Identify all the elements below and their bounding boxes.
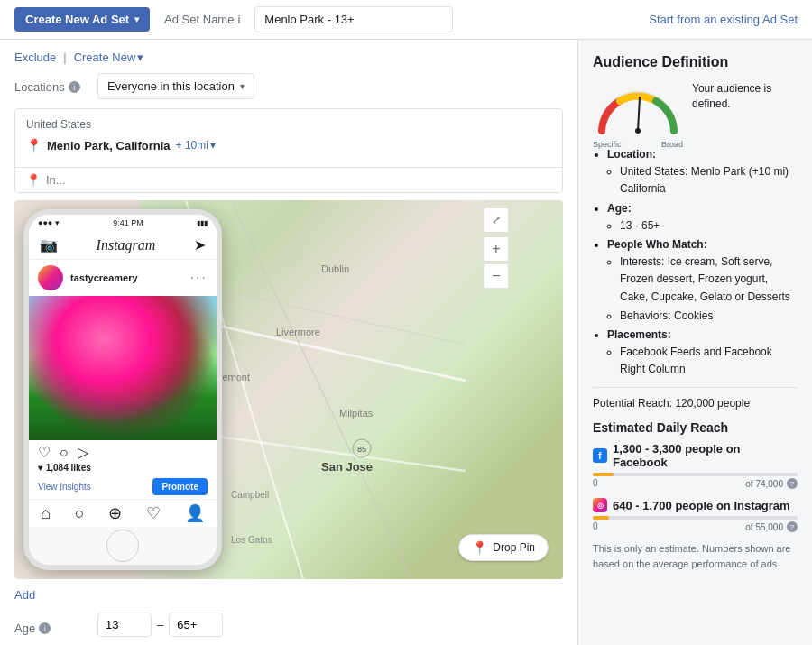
instagram-info-icon[interactable]: ? <box>787 521 798 532</box>
phone-status-bar: ●●● ▾ 9:41 PM ▮▮▮ <box>29 215 217 231</box>
svg-line-14 <box>638 97 640 131</box>
svg-point-15 <box>635 128 641 134</box>
add-button[interactable]: Add <box>14 588 35 602</box>
instagram-reach-zero: 0 <box>593 521 598 532</box>
location-value: United States: Menlo Park (+10 mi) Calif… <box>620 163 798 198</box>
left-panel: Exclude | Create New ▾ Locations i Every… <box>0 40 577 645</box>
age-separator: – <box>157 618 163 631</box>
map-zoom-out-icon[interactable]: − <box>484 263 509 289</box>
svg-text:Milpitas: Milpitas <box>339 408 374 419</box>
svg-text:San Jose: San Jose <box>321 460 373 474</box>
heart-icon[interactable]: ♡ <box>146 503 161 523</box>
add-icon[interactable]: ⊕ <box>108 503 122 523</box>
age-inputs: – <box>97 613 223 637</box>
send-icon[interactable]: ➤ <box>194 236 206 253</box>
map-phone-area: Dublin Livermore Fremont Milpitas San Jo… <box>14 200 563 579</box>
people-title: People Who Match: <box>607 238 707 251</box>
age-info-icon[interactable]: i <box>39 622 51 634</box>
gauge-specific-label: Specific <box>593 140 622 149</box>
gauge-labels: Specific Broad <box>593 140 683 149</box>
age-min-input[interactable] <box>97 613 152 637</box>
post-image <box>29 296 217 440</box>
age-value: 13 - 65+ <box>620 217 798 235</box>
ad-set-name-info-icon[interactable]: i <box>237 13 240 26</box>
facebook-reach-numbers: 0 of 74,000 ? <box>593 478 798 489</box>
home-icon[interactable]: ⌂ <box>41 504 51 523</box>
reach-note: This is only an estimate. Numbers shown … <box>593 541 798 571</box>
location-box: United States 📍 Menlo Park, California +… <box>14 108 563 193</box>
phone-time: 9:41 PM <box>113 218 143 227</box>
phone-home-button[interactable] <box>106 530 139 562</box>
post-actions-bar: ♡ ○ ▷ ♥ 1,084 likes <box>29 440 217 475</box>
reach-bar-fill <box>593 473 614 476</box>
svg-text:Dublin: Dublin <box>321 263 349 274</box>
age-label: Age i <box>14 614 87 635</box>
facebook-reach-item: f 1,300 - 3,300 people on Facebook 0 of … <box>593 442 798 489</box>
drop-pin-button[interactable]: 📍 Drop Pin <box>458 534 549 561</box>
share-icon[interactable]: ▷ <box>78 444 88 461</box>
create-ad-set-button[interactable]: Create New Ad Set ▾ <box>14 7 150 32</box>
locations-row: Locations i Everyone in this location ▾ <box>14 73 563 99</box>
age-max-input[interactable] <box>169 613 223 637</box>
chevron-down-icon: ▾ <box>240 81 245 91</box>
gauge-broad-label: Broad <box>661 140 683 149</box>
top-bar: Create New Ad Set ▾ Ad Set Name i Start … <box>0 0 812 40</box>
promote-button[interactable]: Promote <box>152 478 208 495</box>
view-insights-button[interactable]: View Insights <box>38 478 91 495</box>
location-radius[interactable]: + 10mi ▾ <box>176 139 216 152</box>
create-ad-set-label: Create New Ad Set <box>25 13 129 26</box>
divider <box>593 387 798 388</box>
placements-title: Placements: <box>607 328 671 341</box>
map-zoom-in-icon[interactable]: + <box>484 236 509 262</box>
reach-bar-background <box>593 516 798 520</box>
phone-signal-icon: ●●● ▾ <box>38 218 60 227</box>
map-zoom-controls: + − <box>484 236 509 289</box>
ice-cream-photo <box>29 296 217 440</box>
phone-mockup: ●●● ▾ 9:41 PM ▮▮▮ 📷 Instagram ➤ tastycre… <box>23 209 222 570</box>
pin-icon: 📍 <box>472 540 487 555</box>
audience-definition-title: Audience Definition <box>593 54 798 70</box>
map-controls: ⤢ <box>484 207 509 233</box>
main-layout: Exclude | Create New ▾ Locations i Every… <box>0 40 812 645</box>
facebook-info-icon[interactable]: ? <box>787 478 798 489</box>
like-icon[interactable]: ♡ <box>38 444 51 461</box>
svg-line-2 <box>231 200 411 579</box>
post-footer-buttons: View Insights Promote <box>29 475 217 499</box>
post-username: tastycreamery <box>70 272 138 283</box>
locations-info-icon[interactable]: i <box>69 81 80 93</box>
map-expand-icon[interactable]: ⤢ <box>484 207 509 233</box>
estimated-daily-reach-title: Estimated Daily Reach <box>593 420 798 435</box>
reach-bar-background <box>593 473 798 476</box>
age-row: Age i – <box>14 613 563 637</box>
location-search: 📍 <box>15 167 562 192</box>
camera-icon[interactable]: 📷 <box>40 236 58 253</box>
facebook-reach-total: of 74,000 ? <box>745 478 798 489</box>
potential-reach: Potential Reach: 120,000 people <box>593 397 798 410</box>
search-icon[interactable]: ○ <box>75 504 85 523</box>
instagram-reach-label: 640 - 1,700 people on Instagram <box>613 499 790 512</box>
ad-set-name-input[interactable] <box>254 6 453 32</box>
instagram-reach-platform: ◎ 640 - 1,700 people on Instagram <box>593 498 798 512</box>
location-search-input[interactable] <box>46 173 551 187</box>
facebook-reach-label: 1,300 - 3,300 people on Facebook <box>613 442 798 469</box>
interests-value: Interests: Ice cream, Soft serve, Frozen… <box>620 253 798 306</box>
start-existing-link[interactable]: Start from an existing Ad Set <box>649 13 798 26</box>
more-options-icon[interactable]: ··· <box>190 270 208 286</box>
exclude-link[interactable]: Exclude <box>14 51 56 64</box>
svg-text:Campbell: Campbell <box>231 490 269 500</box>
gauge-container: Specific Broad Your audience is defined. <box>593 81 798 135</box>
audience-details: Location: United States: Menlo Park (+10… <box>593 146 798 378</box>
create-new-button[interactable]: Create New ▾ <box>74 51 144 64</box>
svg-text:Livermore: Livermore <box>276 327 320 337</box>
age-title: Age: <box>607 202 632 215</box>
gauge-svg <box>593 81 683 135</box>
right-panel: Audience Definition <box>577 40 812 645</box>
drop-pin-label: Drop Pin <box>493 541 535 554</box>
profile-icon[interactable]: 👤 <box>185 503 205 523</box>
locations-dropdown[interactable]: Everyone in this location ▾ <box>97 73 254 99</box>
instagram-reach-total: of 55,000 ? <box>745 521 798 532</box>
facebook-reach-zero: 0 <box>593 478 598 489</box>
post-header: tastycreamery ··· <box>29 260 217 296</box>
add-row: Add <box>14 588 563 602</box>
comment-icon[interactable]: ○ <box>60 445 69 461</box>
